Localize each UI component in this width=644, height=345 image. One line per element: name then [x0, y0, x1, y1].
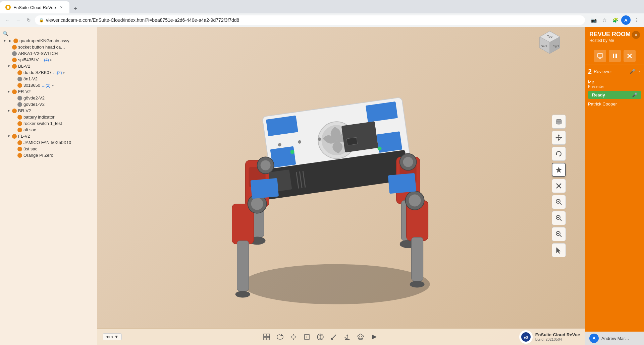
participants-section: 2 Reviewer 🎤 ⋮ Me Presenter Ready 🎤 — [585, 65, 644, 332]
revue-room-title: REVUE ROOM — [589, 31, 631, 38]
tab-close-btn[interactable]: × — [59, 5, 64, 10]
cast-icon[interactable]: 📷 — [589, 15, 598, 25]
svg-point-53 — [556, 121, 561, 123]
list-item[interactable]: ▼ FR-V2 — [0, 88, 97, 95]
list-item[interactable]: 3x18650 …(2) ▸ — [0, 82, 97, 88]
svg-rect-82 — [305, 335, 309, 339]
list-item[interactable]: JAMICO FAN 50X50X10 — [0, 139, 97, 146]
bottom-user-bar: A Andrew Mar… — [585, 332, 644, 345]
svg-marker-60 — [555, 154, 557, 155]
list-item[interactable]: ön1-V2 — [0, 76, 97, 82]
3d-viewport[interactable]: Top Front Right — [97, 27, 585, 345]
list-item[interactable]: battery indicator — [0, 114, 97, 120]
extensions-icon[interactable]: 🧩 — [610, 15, 620, 25]
svg-rect-10 — [346, 137, 357, 145]
snap-tool-btn[interactable] — [552, 163, 566, 177]
new-tab-button[interactable]: + — [71, 4, 80, 13]
back-button[interactable]: ← — [3, 15, 12, 25]
tab-favicon — [5, 5, 11, 10]
list-item[interactable]: ▼ BR-V2 — [0, 108, 97, 114]
measure-tool-btn[interactable] — [328, 331, 340, 343]
list-item[interactable]: dc-dc SZBK07 …(2) ▸ — [0, 69, 97, 76]
zoom-in-measure-btn[interactable] — [552, 195, 566, 209]
revue-header: REVUE ROOM Hosted by Me × — [585, 27, 644, 47]
animate-tool-btn[interactable] — [368, 331, 380, 343]
unit-selector[interactable]: mm ▼ — [103, 333, 122, 340]
chevron-right-icon: ▸ — [63, 71, 65, 74]
database-icon-btn[interactable] — [552, 115, 566, 129]
user-name: Andrew Mar… — [601, 336, 629, 341]
svg-point-42 — [377, 147, 381, 151]
svg-rect-31 — [411, 237, 423, 281]
svg-marker-57 — [558, 139, 560, 141]
mic-icon: 🎤 — [630, 69, 635, 74]
share-screen-btn[interactable] — [594, 50, 606, 62]
svg-point-38 — [260, 160, 270, 170]
node-icon — [12, 134, 17, 139]
svg-rect-28 — [237, 241, 249, 291]
rotate-tool-btn[interactable] — [552, 147, 566, 161]
node-icon — [17, 140, 22, 145]
node-icon-root — [13, 39, 18, 43]
list-item[interactable]: ▼ FL-V2 — [0, 133, 97, 139]
list-item[interactable]: gövde2-V2 — [0, 95, 97, 101]
list-item[interactable]: ▼ BL-V2 — [0, 63, 97, 69]
lasso-tool-btn[interactable] — [274, 331, 286, 343]
node-icon — [17, 83, 22, 88]
browser-tab[interactable]: EnSuite-Cloud ReVue × — [0, 1, 69, 13]
section-tool-btn[interactable] — [301, 331, 313, 343]
list-item[interactable]: gövde1-V2 — [0, 101, 97, 108]
revue-close-btn[interactable]: × — [632, 31, 640, 39]
surface-tool-btn[interactable] — [314, 331, 326, 343]
left-panel-tree: 🔍 ▼ ▶ quadrupedKNGmain assy socket butto… — [0, 27, 97, 345]
node-icon — [17, 121, 22, 126]
explode-tool-btn[interactable] — [287, 331, 300, 343]
viewport-canvas[interactable]: Top Front Right — [97, 27, 585, 345]
list-item[interactable]: ARKA1-V2-SWITCH — [0, 50, 97, 57]
select-pointer-btn[interactable] — [552, 243, 566, 257]
svg-rect-77 — [267, 337, 270, 340]
tree-root-item[interactable]: ▼ ▶ quadrupedKNGmain assy — [0, 38, 97, 44]
security-lock-icon: 🔒 — [39, 18, 44, 22]
pause-btn[interactable] — [609, 50, 621, 62]
list-item[interactable]: üst sac — [0, 146, 97, 152]
view-cube[interactable]: Top Front Right — [536, 29, 563, 56]
expand-icon: ▼ — [7, 64, 11, 68]
unit-label: mm — [106, 334, 113, 339]
forward-button[interactable]: → — [13, 15, 23, 25]
zoom-out-measure-btn[interactable] — [552, 211, 566, 225]
brand-name: EnSuite-Cloud ReVue — [535, 332, 580, 337]
reviewer-item: Patrick Cooper — [588, 100, 641, 108]
list-item[interactable]: spt5435LV …(4) ▸ — [0, 57, 97, 63]
unfold-tool-btn[interactable] — [355, 331, 367, 343]
zoom-fit-btn[interactable] — [552, 227, 566, 241]
list-item[interactable]: rocker switch 1_test — [0, 120, 97, 127]
expand-icon: ▼ — [7, 134, 11, 138]
svg-text:Right: Right — [553, 45, 559, 48]
bookmark-icon[interactable]: ☆ — [600, 15, 609, 25]
svg-rect-76 — [264, 337, 266, 340]
node-icon — [17, 115, 22, 120]
svg-marker-98 — [372, 335, 377, 339]
node-icon — [12, 45, 17, 50]
list-item[interactable]: alt sac — [0, 127, 97, 133]
profile-button[interactable]: A — [621, 15, 631, 25]
move-tool-btn[interactable] — [552, 131, 566, 145]
presenter-role: Presenter — [588, 84, 604, 88]
axis-tool-btn[interactable] — [341, 331, 353, 343]
expand-icon: ▼ — [3, 39, 7, 43]
svg-point-40 — [403, 157, 413, 167]
svg-marker-80 — [292, 338, 294, 340]
list-item[interactable]: socket button head ca… — [0, 44, 97, 50]
tree-search-bar: 🔍 — [0, 29, 97, 38]
node-icon — [17, 147, 22, 151]
unit-dropdown-icon: ▼ — [114, 334, 119, 339]
close-tool-btn[interactable] — [552, 179, 566, 193]
reload-button[interactable]: ↻ — [24, 15, 34, 25]
address-bar[interactable]: 🔒 viewer.cadcam-e.com/EnSuite-Cloud/inde… — [35, 15, 585, 25]
chevron-right-icon: ▸ — [52, 83, 54, 87]
list-item[interactable]: Orange Pi Zero — [0, 152, 97, 158]
menu-icon[interactable]: ⋮ — [632, 15, 641, 25]
grid-tool-btn[interactable] — [261, 331, 273, 343]
end-session-btn[interactable] — [624, 50, 636, 62]
